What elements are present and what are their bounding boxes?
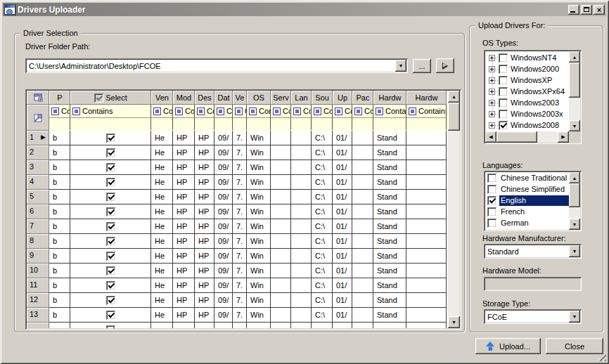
row-indicator[interactable] xyxy=(27,323,49,328)
language-checkbox[interactable] xyxy=(487,207,496,216)
cell-sou[interactable]: C:\ xyxy=(312,190,333,204)
folder-path-input[interactable]: C:\Users\Administrator\Desktop\FCOE xyxy=(25,58,408,73)
cell-hardw2[interactable] xyxy=(406,131,447,145)
cell-p[interactable]: b xyxy=(49,190,70,204)
cell-sou[interactable]: C:\ xyxy=(312,249,333,264)
column-header-hardw2[interactable]: Hardw xyxy=(406,91,447,105)
cell-select[interactable] xyxy=(70,204,151,219)
cell-hardw2[interactable] xyxy=(406,204,447,219)
cell-sou[interactable] xyxy=(312,323,333,328)
row-select-checkbox[interactable] xyxy=(106,193,115,202)
row-select-checkbox[interactable] xyxy=(106,237,115,246)
select-all-checkbox[interactable] xyxy=(94,93,103,103)
cell-serv[interactable] xyxy=(271,204,291,219)
cell-hardw1[interactable]: Stand xyxy=(373,131,406,145)
cell-ven[interactable]: He xyxy=(151,175,173,190)
cell-p[interactable]: b xyxy=(49,145,70,160)
cell-pac[interactable] xyxy=(352,219,373,234)
cell-ven[interactable]: He xyxy=(151,204,173,219)
scroll-up-icon[interactable]: ▲ xyxy=(448,91,460,103)
cell-mod[interactable]: HP xyxy=(173,308,195,323)
close-dialog-button[interactable]: Close xyxy=(546,338,603,354)
filter-cell-ven[interactable]: Contains xyxy=(151,105,173,118)
titlebar[interactable]: Drivers Uploader × xyxy=(3,3,606,16)
scroll-up-icon[interactable]: ▲ xyxy=(569,172,580,183)
row-select-checkbox[interactable] xyxy=(106,178,115,187)
os-type-checkbox[interactable] xyxy=(499,87,508,96)
cell-ven[interactable]: He xyxy=(151,234,173,249)
filter-condition-icon[interactable] xyxy=(354,108,362,115)
cell-dat[interactable] xyxy=(214,323,233,328)
cell-pac[interactable] xyxy=(352,293,373,308)
filter-input-serv[interactable] xyxy=(271,118,291,130)
cell-mod[interactable]: HP xyxy=(173,234,195,249)
cell-pac[interactable] xyxy=(352,190,373,204)
cell-pac[interactable] xyxy=(352,323,373,328)
cell-select[interactable] xyxy=(70,160,151,175)
row-select-checkbox[interactable] xyxy=(106,148,115,157)
cell-p[interactable]: b xyxy=(49,234,70,249)
cell-os[interactable]: Win xyxy=(247,219,271,234)
cell-p[interactable] xyxy=(49,323,70,328)
cell-hardw2[interactable] xyxy=(406,219,447,234)
filter-input-p[interactable] xyxy=(49,118,70,130)
filter-cell-p[interactable]: Contains xyxy=(49,105,70,118)
cell-p[interactable]: b xyxy=(49,175,70,190)
languages-vertical-scrollbar[interactable]: ▲ ▼ xyxy=(569,172,580,230)
cell-sou[interactable]: C:\ xyxy=(312,160,333,175)
cell-p[interactable]: b xyxy=(49,308,70,323)
cell-dat[interactable]: 09/ xyxy=(214,264,233,278)
scroll-down-icon[interactable]: ▼ xyxy=(569,120,580,131)
cell-lan[interactable] xyxy=(291,175,312,190)
cell-mod[interactable]: HP xyxy=(173,204,195,219)
cell-os[interactable]: Win xyxy=(247,264,271,278)
cell-des[interactable]: HP xyxy=(195,234,214,249)
cell-sou[interactable]: C:\ xyxy=(312,308,333,323)
cell-hardw2[interactable] xyxy=(406,278,447,293)
filter-condition-icon[interactable] xyxy=(273,108,281,115)
cell-ven[interactable]: He xyxy=(151,249,173,264)
column-header-des[interactable]: Des xyxy=(195,91,214,105)
languages-scrollbar-track[interactable] xyxy=(569,207,580,219)
os-types-hscrollbar-track[interactable] xyxy=(537,131,558,143)
cell-hardw1[interactable]: Stand xyxy=(373,308,406,323)
os-type-checkbox[interactable] xyxy=(499,76,508,85)
cell-os[interactable] xyxy=(247,323,271,328)
cell-serv[interactable] xyxy=(271,308,291,323)
filter-input-dat[interactable] xyxy=(214,118,233,130)
filter-input-mod[interactable] xyxy=(173,118,195,130)
filter-condition-icon[interactable] xyxy=(72,108,80,115)
cell-ven[interactable]: He xyxy=(151,160,173,175)
filter-cell-sou[interactable]: Contains xyxy=(312,105,333,118)
cell-select[interactable] xyxy=(70,323,151,328)
cell-lan[interactable] xyxy=(291,249,312,264)
cell-des[interactable]: HP xyxy=(195,219,214,234)
filter-input-ve[interactable] xyxy=(233,118,247,130)
cell-des[interactable]: HP xyxy=(195,293,214,308)
filter-input-lan[interactable] xyxy=(291,118,312,130)
cell-des[interactable]: HP xyxy=(195,190,214,204)
cell-hardw2[interactable] xyxy=(406,323,447,328)
row-select-checkbox[interactable] xyxy=(106,207,115,216)
cell-mod[interactable]: HP xyxy=(173,264,195,278)
language-checkbox[interactable] xyxy=(487,185,496,194)
tree-item-windows2008[interactable]: Windows2008 xyxy=(486,119,568,131)
column-header-serv[interactable]: Serv xyxy=(271,91,291,105)
filter-condition-icon[interactable] xyxy=(249,108,257,115)
cell-ve[interactable] xyxy=(233,323,247,328)
column-header-up[interactable]: Up xyxy=(333,91,352,105)
cell-mod[interactable]: HP xyxy=(173,278,195,293)
cell-ve[interactable]: 7. xyxy=(233,190,247,204)
language-item-english[interactable]: English xyxy=(485,195,569,206)
cell-up[interactable]: 01/ xyxy=(333,190,352,204)
cell-hardw1[interactable] xyxy=(373,323,406,328)
cell-ve[interactable]: 7. xyxy=(233,145,247,160)
cell-lan[interactable] xyxy=(291,160,312,175)
cell-sou[interactable]: C:\ xyxy=(312,234,333,249)
row-indicator[interactable]: 7 xyxy=(27,219,49,234)
cell-lan[interactable] xyxy=(291,145,312,160)
cell-mod[interactable]: HP xyxy=(173,219,195,234)
filter-input-pac[interactable] xyxy=(352,118,373,130)
cell-des[interactable]: HP xyxy=(195,264,214,278)
filter-condition-icon[interactable] xyxy=(335,108,342,115)
